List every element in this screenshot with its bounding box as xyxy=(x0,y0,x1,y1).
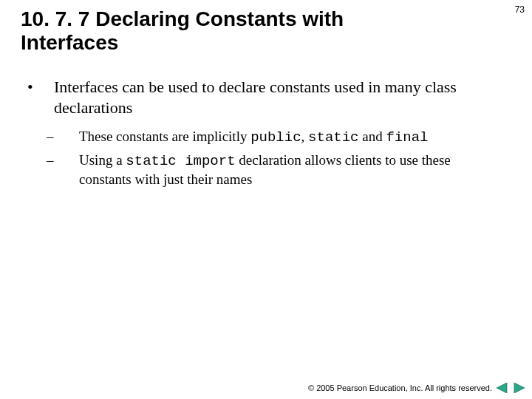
sub-bullet: –These constants are implicitly public, … xyxy=(63,128,502,147)
sub-text: These constants are implicitly xyxy=(79,129,250,144)
bullet-marker: • xyxy=(41,77,54,98)
dash-marker: – xyxy=(63,128,79,146)
slide-content: •Interfaces can be used to declare const… xyxy=(41,77,502,189)
sub-text: , xyxy=(301,129,309,144)
sub-bullet-list: –These constants are implicitly public, … xyxy=(63,128,502,189)
code-keyword: static import xyxy=(126,153,235,169)
sub-bullet: –Using a static import declaration allow… xyxy=(63,151,502,190)
main-bullet-text: Interfaces can be used to declare consta… xyxy=(54,78,457,117)
prev-slide-icon[interactable] xyxy=(497,383,508,393)
code-keyword: public xyxy=(250,129,301,146)
code-keyword: final xyxy=(386,129,428,146)
svg-marker-0 xyxy=(497,383,507,393)
code-keyword: static xyxy=(308,129,358,146)
next-slide-icon[interactable] xyxy=(513,383,525,393)
svg-marker-1 xyxy=(514,383,525,393)
page-number: 73 xyxy=(515,4,525,15)
sub-text: Using a xyxy=(79,152,126,168)
footer: © 2005 Pearson Education, Inc. All right… xyxy=(308,383,525,393)
main-bullet: •Interfaces can be used to declare const… xyxy=(41,77,502,117)
dash-marker: – xyxy=(63,151,79,169)
slide-title: 10. 7. 7 Declaring Constants with Interf… xyxy=(21,7,353,55)
sub-text: and xyxy=(359,129,386,144)
copyright-text: © 2005 Pearson Education, Inc. All right… xyxy=(308,383,492,392)
